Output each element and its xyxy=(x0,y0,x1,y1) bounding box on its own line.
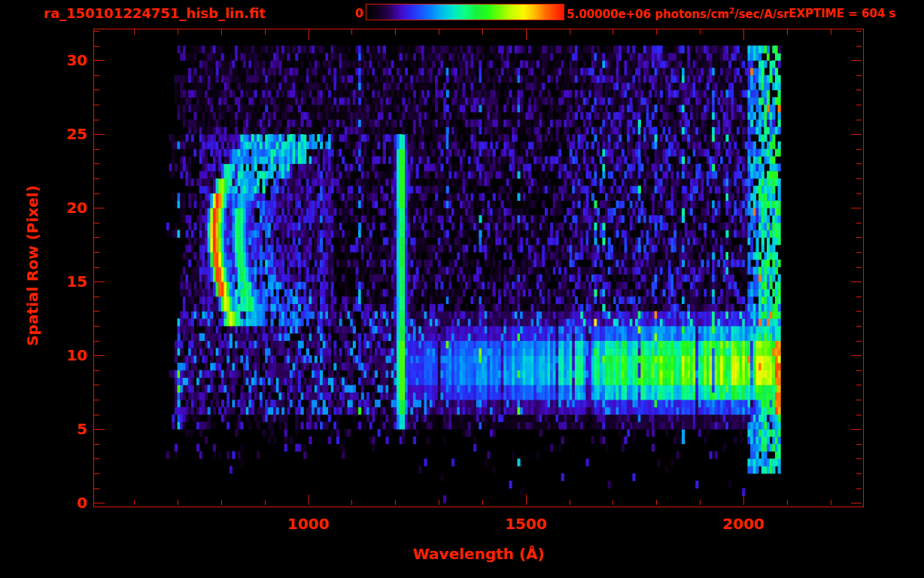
x-tick xyxy=(570,29,570,35)
y-tick xyxy=(94,415,99,415)
y-tick xyxy=(856,163,862,164)
x-tick xyxy=(178,500,178,505)
x-tick-label: 1000 xyxy=(275,515,342,533)
x-tick xyxy=(395,29,396,35)
y-tick xyxy=(94,178,99,179)
y-tick-label: 20 xyxy=(21,198,87,218)
colorbar xyxy=(366,4,564,20)
x-tick xyxy=(309,29,309,40)
y-tick xyxy=(856,75,862,76)
y-tick xyxy=(94,488,99,489)
y-tick xyxy=(94,193,99,194)
y-tick xyxy=(94,90,99,90)
spectrogram-canvas xyxy=(94,29,863,507)
plot-window: { "header": { "title": "ra_150101224751_… xyxy=(0,0,924,578)
x-tick xyxy=(265,500,266,505)
y-tick xyxy=(94,297,99,297)
x-tick xyxy=(221,500,222,505)
y-tick xyxy=(856,444,862,445)
y-tick xyxy=(94,252,99,253)
y-tick xyxy=(856,267,862,268)
x-tick xyxy=(831,29,831,35)
x-tick xyxy=(787,29,788,35)
y-tick xyxy=(94,341,99,342)
y-tick-label: 5 xyxy=(21,419,87,439)
y-tick xyxy=(856,105,862,105)
x-tick xyxy=(831,500,831,505)
y-tick xyxy=(851,134,862,135)
x-tick xyxy=(221,29,222,35)
y-tick xyxy=(94,473,99,474)
y-tick xyxy=(856,370,862,371)
y-tick xyxy=(94,75,99,76)
exptime-label: EXPTIME = 604 s xyxy=(789,7,895,20)
y-tick xyxy=(856,473,862,474)
y-tick xyxy=(856,311,862,312)
x-tick xyxy=(482,500,483,505)
y-tick xyxy=(856,178,862,179)
y-tick xyxy=(856,297,862,297)
x-tick xyxy=(482,29,483,35)
x-tick xyxy=(526,494,527,505)
y-tick-label: 10 xyxy=(21,345,87,365)
y-tick xyxy=(856,149,862,150)
x-tick xyxy=(700,500,701,505)
x-tick xyxy=(309,494,309,505)
y-tick xyxy=(851,503,862,503)
y-tick xyxy=(856,46,862,47)
y-tick xyxy=(851,208,862,208)
y-tick xyxy=(94,134,105,135)
colorbar-min-label: 0 xyxy=(326,6,363,20)
y-tick xyxy=(856,458,862,459)
y-tick xyxy=(94,385,99,385)
y-tick xyxy=(94,503,105,503)
y-tick xyxy=(851,281,862,282)
y-tick xyxy=(94,163,99,164)
plot-area xyxy=(93,29,864,507)
x-tick xyxy=(134,500,135,505)
y-tick xyxy=(94,355,105,356)
y-tick xyxy=(856,120,862,120)
x-tick xyxy=(351,500,352,505)
x-axis-title: Wavelength (Å) xyxy=(413,545,545,563)
y-tick-label: 25 xyxy=(21,124,87,144)
x-tick xyxy=(612,500,613,505)
x-tick-label: 1500 xyxy=(492,515,560,533)
colorbar-max-value: 5.00000e+06 xyxy=(567,8,651,21)
x-tick xyxy=(439,500,439,505)
x-tick xyxy=(787,500,788,505)
y-tick xyxy=(94,311,99,312)
y-tick xyxy=(94,149,99,150)
colorbar-max-label: 5.00000e+06 photons/cm2/sec/A/sr xyxy=(567,7,789,21)
y-tick xyxy=(94,120,99,120)
x-tick xyxy=(134,29,135,35)
y-tick xyxy=(94,46,99,47)
x-tick xyxy=(351,29,352,35)
y-tick xyxy=(94,281,105,282)
colorbar-units-superscript: 2 xyxy=(729,7,734,15)
y-tick xyxy=(94,370,99,371)
y-tick xyxy=(94,458,99,459)
x-tick xyxy=(743,494,744,505)
y-tick xyxy=(856,223,862,224)
y-tick xyxy=(94,60,105,61)
y-tick xyxy=(856,31,862,32)
y-tick-label: 15 xyxy=(21,272,87,291)
y-tick xyxy=(94,31,99,32)
y-tick xyxy=(94,237,99,238)
colorbar-units-prefix: photons/cm xyxy=(651,8,729,21)
x-tick xyxy=(178,29,178,35)
y-tick xyxy=(94,444,99,445)
x-tick xyxy=(743,29,744,40)
x-tick xyxy=(439,29,439,35)
x-tick xyxy=(656,500,657,505)
colorbar-units-suffix: /sec/A/sr xyxy=(734,8,789,21)
y-tick xyxy=(856,193,862,194)
x-tick xyxy=(700,29,701,35)
y-tick xyxy=(851,60,862,61)
y-tick-label: 0 xyxy=(21,493,87,513)
y-tick xyxy=(94,208,105,208)
y-tick xyxy=(851,429,862,430)
y-tick xyxy=(94,400,99,400)
y-tick xyxy=(94,105,99,105)
